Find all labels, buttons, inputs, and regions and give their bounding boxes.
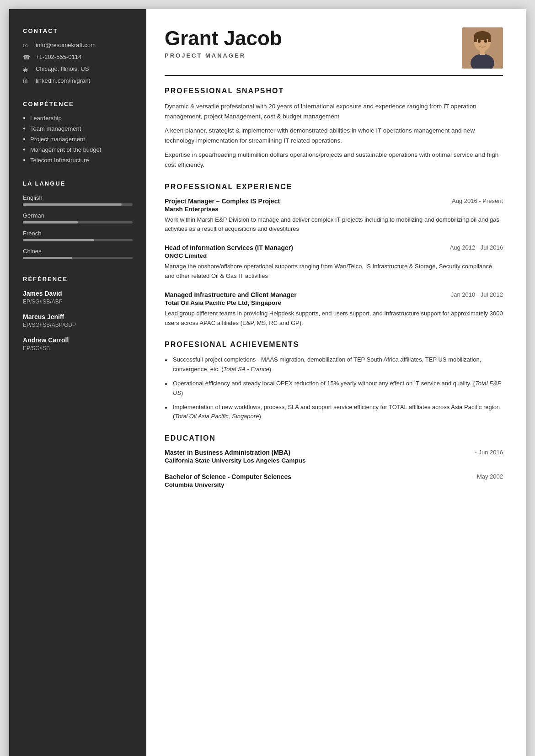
langue-bar-fill <box>23 203 122 206</box>
list-item: Project management <box>23 136 133 143</box>
svg-rect-4 <box>488 36 491 42</box>
langue-label: English <box>23 194 133 201</box>
svg-rect-3 <box>474 36 477 42</box>
langue-section: LA LANGUE English German French Chines <box>23 180 133 259</box>
candidate-name: Grant Jacob <box>165 27 282 49</box>
reference-item: James David EP/SG/ISB/ABP <box>23 290 133 305</box>
exp-header: Project Manager – Complex IS Project Aug… <box>165 197 503 205</box>
langue-bar-fill <box>23 257 72 259</box>
exp-company: Marsh Enterprises <box>165 206 503 213</box>
competence-title: COMPÉTENCE <box>23 101 133 107</box>
exp-date: Aug 2012 - Jul 2016 <box>450 244 503 251</box>
contact-linkedin: in linkedin.com/in/grant <box>23 77 133 84</box>
achievements-title: PROFESIONAL ACHIEVEMENTS <box>165 341 503 349</box>
langue-label: Chines <box>23 248 133 255</box>
edu-header: Bachelor of Science - Computer Sciences … <box>165 473 503 480</box>
langue-bar-fill <box>23 221 78 224</box>
svg-point-7 <box>478 40 481 43</box>
snapshot-section: PROFESSIONAL SNAPSHOT Dynamic & versatil… <box>165 87 503 170</box>
header-divider <box>165 75 503 76</box>
exp-date: Aug 2016 - Present <box>452 197 503 204</box>
experience-entry: Project Manager – Complex IS Project Aug… <box>165 197 503 234</box>
reference-desc: EP/SG/ISB/ABP <box>23 298 133 305</box>
snapshot-para-1: Dynamic & versatile professional with 20… <box>165 101 503 121</box>
exp-header: Managed Infrastructure and Client Manage… <box>165 291 503 298</box>
langue-bar-bg <box>23 239 133 241</box>
exp-company: Total Oil Asia Pacific Pte Ltd, Singapor… <box>165 299 503 306</box>
exp-desc: Lead group different teams in providing … <box>165 309 503 328</box>
snapshot-para-3: Expertise in spearheading multimillion d… <box>165 150 503 170</box>
linkedin-icon: in <box>23 78 32 84</box>
education-title: EDUCATION <box>165 434 503 442</box>
snapshot-para-2: A keen planner, strategist & implementer… <box>165 126 503 145</box>
reference-desc: EP/SG/ISB/ABP/GDP <box>23 322 133 328</box>
exp-role: Project Manager – Complex IS Project <box>165 197 280 205</box>
langue-title: LA LANGUE <box>23 180 133 187</box>
list-item: Management of the budget <box>23 146 133 153</box>
edu-date: - Jun 2016 <box>475 449 503 456</box>
langue-bar-fill <box>23 239 94 241</box>
achievement-item: Operational efficiency and steady local … <box>165 379 503 398</box>
langue-item: French <box>23 230 133 241</box>
langue-item: English <box>23 194 133 206</box>
reference-name: James David <box>23 290 133 297</box>
education-list: Master in Business Administration (MBA) … <box>165 449 503 488</box>
edu-date: - May 2002 <box>473 473 503 480</box>
list-item: Telecom Infrastructure <box>23 157 133 164</box>
main-content: Grant Jacob PROJECT MANAGER <box>146 9 526 756</box>
experience-entry: Managed Infrastructure and Client Manage… <box>165 291 503 328</box>
resume-container: CONTACT ✉ info@resumekraft.com ☎ +1-202-… <box>9 9 526 756</box>
achievement-item: Implementation of new workflows, process… <box>165 403 503 422</box>
contact-location: ◉ Chicago, Illinois, US <box>23 65 133 73</box>
exp-desc: Work within Marsh E&P Division to manage… <box>165 215 503 234</box>
langue-bar-bg <box>23 221 133 224</box>
education-section: EDUCATION Master in Business Administrat… <box>165 434 503 488</box>
langue-list: English German French Chines <box>23 194 133 259</box>
langue-item: Chines <box>23 248 133 259</box>
langue-bar-bg <box>23 257 133 259</box>
achievements-section: PROFESIONAL ACHIEVEMENTS Successfull pro… <box>165 341 503 421</box>
reference-item: Marcus Jeniff EP/SG/ISB/ABP/GDP <box>23 313 133 328</box>
candidate-title: PROJECT MANAGER <box>165 52 282 59</box>
exp-role: Head of Information Services (IT Manager… <box>165 244 293 251</box>
phone-icon: ☎ <box>23 54 32 61</box>
langue-item: German <box>23 212 133 224</box>
contact-title: CONTACT <box>23 27 133 34</box>
svg-rect-6 <box>480 49 485 55</box>
list-item: Leardership <box>23 115 133 122</box>
svg-point-8 <box>484 40 487 43</box>
list-item: Team management <box>23 125 133 132</box>
experience-list: Project Manager – Complex IS Project Aug… <box>165 197 503 328</box>
exp-company: ONGC Limited <box>165 252 503 259</box>
education-entry: Master in Business Administration (MBA) … <box>165 449 503 464</box>
header: Grant Jacob PROJECT MANAGER <box>165 27 503 69</box>
edu-school: Columbia University <box>165 481 503 488</box>
name-block: Grant Jacob PROJECT MANAGER <box>165 27 282 59</box>
edu-school: California State University Los Angeles … <box>165 457 503 464</box>
reference-list: James David EP/SG/ISB/ABP Marcus Jeniff … <box>23 290 133 351</box>
exp-date: Jan 2010 - Jul 2012 <box>451 291 503 298</box>
achievement-item: Successfull project completions - MAAS m… <box>165 355 503 374</box>
contact-section: CONTACT ✉ info@resumekraft.com ☎ +1-202-… <box>23 27 133 84</box>
reference-name: Marcus Jeniff <box>23 313 133 320</box>
langue-bar-bg <box>23 203 133 206</box>
location-icon: ◉ <box>23 66 32 73</box>
reference-name: Andrew Carroll <box>23 336 133 344</box>
competence-section: COMPÉTENCE Leardership Team management P… <box>23 101 133 164</box>
contact-phone: ☎ +1-202-555-0114 <box>23 53 133 61</box>
exp-role: Managed Infrastructure and Client Manage… <box>165 291 297 298</box>
reference-item: Andrew Carroll EP/SG/ISB <box>23 336 133 351</box>
exp-header: Head of Information Services (IT Manager… <box>165 244 503 251</box>
reference-desc: EP/SG/ISB <box>23 345 133 351</box>
edu-header: Master in Business Administration (MBA) … <box>165 449 503 456</box>
contact-list: ✉ info@resumekraft.com ☎ +1-202-555-0114… <box>23 42 133 84</box>
avatar <box>462 27 503 69</box>
edu-degree: Bachelor of Science - Computer Sciences <box>165 473 291 480</box>
experience-section: PROFESSIONAL EXPERIENCE Project Manager … <box>165 183 503 328</box>
edu-degree: Master in Business Administration (MBA) <box>165 449 290 456</box>
contact-email: ✉ info@resumekraft.com <box>23 42 133 49</box>
email-icon: ✉ <box>23 42 32 49</box>
sidebar: CONTACT ✉ info@resumekraft.com ☎ +1-202-… <box>9 9 146 756</box>
reference-section: RÉFÉRENCE James David EP/SG/ISB/ABP Marc… <box>23 276 133 351</box>
education-entry: Bachelor of Science - Computer Sciences … <box>165 473 503 488</box>
